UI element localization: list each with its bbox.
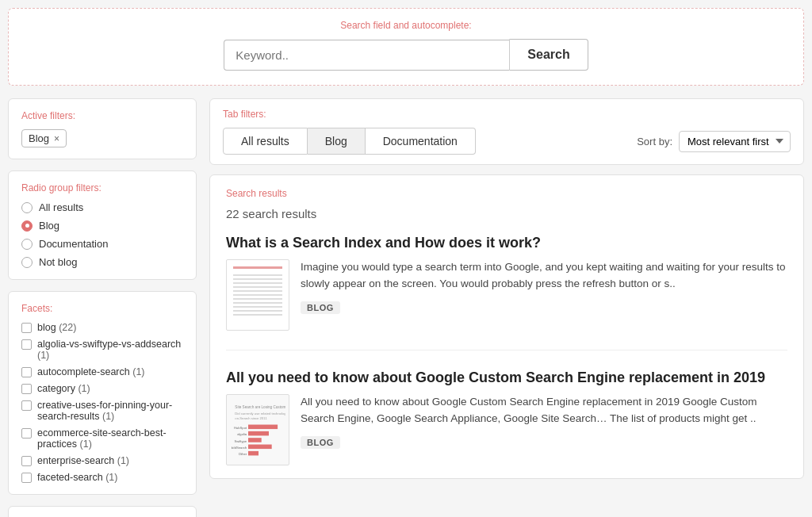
result-item-2: All you need to know about Google Custom… [226,370,787,465]
sort-select[interactable]: Most relevant first Newest first Oldest … [679,131,791,152]
remove-filter-icon[interactable]: × [54,133,59,144]
facet-category[interactable]: category (1) [21,383,183,394]
radio-blog[interactable]: Blog [21,220,183,232]
svg-text:HubSpot: HubSpot [234,426,247,430]
svg-text:Did currently use related tech: Did currently use related technologies f… [235,412,285,416]
facet-faceted[interactable]: faceted-search (1) [21,472,183,483]
results-section: Search results 22 search results What is… [209,174,804,479]
facet-label-creative-uses: creative-uses-for-pinning-your-search-re… [37,400,183,422]
radio-circle-blog [21,220,33,232]
svg-text:AddSearch: AddSearch [232,446,247,450]
facet-checkbox-category[interactable] [21,384,32,394]
svg-text:Other: Other [239,452,247,456]
svg-rect-3 [248,425,278,430]
result-text-2: All you need to know about Google Custom… [301,394,787,449]
radio-documentation[interactable]: Documentation [21,238,183,250]
facet-label-autocomplete: autocomplete-search (1) [37,366,145,377]
main-content: Active filters: Blog × Radio group filte… [8,98,804,517]
result-item-1: What is a Search Index and How does it w… [226,235,787,350]
results-count: 22 search results [226,207,787,220]
svg-rect-5 [248,438,262,442]
facet-checkbox-creative-uses[interactable] [21,400,32,411]
sidebar: Active filters: Blog × Radio group filte… [8,98,197,517]
radio-not-blog[interactable]: Not blog [21,256,183,268]
tab-all-results[interactable]: All results [223,128,308,155]
radio-circle-not-blog [21,257,33,268]
facet-checkbox-enterprise[interactable] [21,456,32,466]
result-tag-2: BLOG [301,436,340,449]
search-button[interactable]: Search [509,39,588,71]
facets-section: Facets: blog (22) algolia-vs-swiftype-vs… [8,291,197,495]
tabs-and-sort-row: All results Blog Documentation Sort by: … [223,128,791,155]
tags-section: Tags: [8,506,197,517]
result-body-2: Site Search are Losing Customers to Did … [226,394,787,465]
results-section-label: Search results [226,188,787,199]
radio-filters-section: Radio group filters: All results Blog Do… [8,170,197,280]
facet-checkbox-algolia[interactable] [21,339,32,350]
facet-checkbox-ecommerce[interactable] [21,428,32,438]
facet-checkbox-faceted[interactable] [21,473,32,483]
sort-label: Sort by: [637,136,672,147]
facets-title: Facets: [21,303,183,314]
svg-rect-7 [248,451,259,456]
radio-circle-documentation [21,239,33,250]
right-panel: Tab filters: All results Blog Documentat… [209,98,804,479]
search-input[interactable] [224,40,509,71]
tab-section-label: Tab filters: [223,109,791,120]
sort-row: Sort by: Most relevant first Newest firs… [637,131,791,152]
svg-text:on-Search since 2011: on-Search since 2011 [235,416,267,420]
result-body-1: Imagine you would type a search term int… [226,259,787,331]
facet-creative-uses[interactable]: creative-uses-for-pinning-your-search-re… [21,400,183,422]
result-text-1: Imagine you would type a search term int… [301,259,787,314]
result-chart-svg: Site Search are Losing Customers to Did … [232,400,285,460]
search-section-label: Search field and autocomplete: [25,20,787,31]
tab-section: Tab filters: All results Blog Documentat… [209,98,804,165]
result-title-2[interactable]: All you need to know about Google Custom… [226,370,787,386]
search-section: Search field and autocomplete: Search [8,8,804,86]
active-filter-label: Blog [29,132,49,144]
radio-label-documentation: Documentation [39,238,108,250]
facet-ecommerce[interactable]: ecommerce-site-search-best-practices (1) [21,427,183,450]
result-title-1[interactable]: What is a Search Index and How does it w… [226,235,787,251]
facet-label-category: category (1) [37,383,90,394]
result-thumbnail-1 [226,259,289,331]
svg-rect-6 [248,445,272,450]
search-bar-row: Search [25,39,787,71]
facet-label-ecommerce: ecommerce-site-search-best-practices (1) [37,427,183,450]
radio-label-blog: Blog [39,220,59,232]
facet-algolia[interactable]: algolia-vs-swiftype-vs-addsearch (1) [21,339,183,361]
facet-label-blog: blog (22) [37,322,76,333]
facet-checkbox-autocomplete[interactable] [21,367,32,377]
radio-label-all: All results [39,201,83,213]
tab-documentation[interactable]: Documentation [366,128,476,155]
result-thumbnail-2: Site Search are Losing Customers to Did … [226,394,289,465]
tabs-row: All results Blog Documentation [223,128,476,155]
tab-blog[interactable]: Blog [308,128,366,155]
active-filter-tag-blog[interactable]: Blog × [21,129,67,147]
facet-checkbox-blog[interactable] [21,323,32,333]
svg-text:Site Search are Losing Custome: Site Search are Losing Customers to [235,405,285,409]
radio-filters-title: Radio group filters: [21,182,183,193]
facet-label-faceted: faceted-search (1) [37,472,117,483]
facet-label-algolia: algolia-vs-swiftype-vs-addsearch (1) [37,339,183,361]
svg-rect-4 [248,431,269,436]
facet-autocomplete[interactable]: autocomplete-search (1) [21,366,183,377]
radio-all-results[interactable]: All results [21,201,183,213]
active-filters-section: Active filters: Blog × [8,98,197,159]
result-tag-1: BLOG [301,301,340,314]
active-filters-title: Active filters: [21,110,183,121]
facet-label-enterprise: enterprise-search (1) [37,455,129,466]
svg-text:algolia: algolia [237,432,247,436]
radio-circle-all [21,202,33,213]
result-snippet-1: Imagine you would type a search term int… [301,259,787,293]
facet-enterprise[interactable]: enterprise-search (1) [21,455,183,466]
result-snippet-2: All you need to know about Google Custom… [301,394,787,427]
facet-blog[interactable]: blog (22) [21,322,183,333]
radio-label-not-blog: Not blog [39,256,77,268]
svg-text:Swiftype: Swiftype [234,439,247,443]
